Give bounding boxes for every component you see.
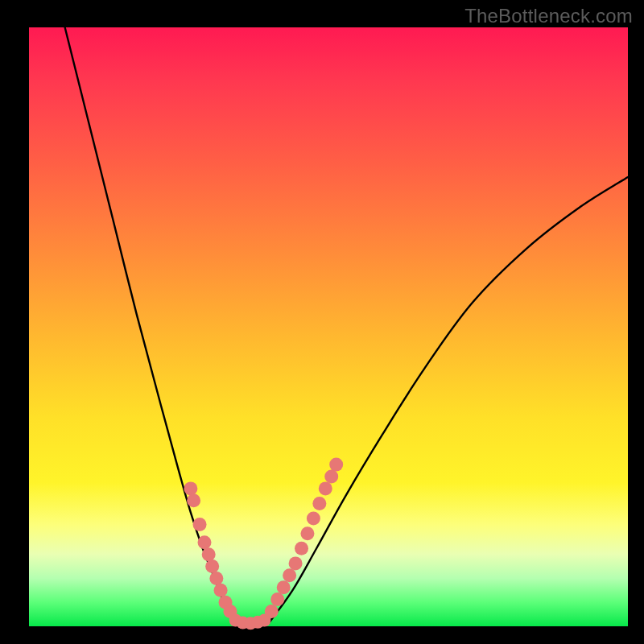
marker-dot: [319, 481, 332, 495]
marker-dot: [295, 542, 308, 555]
marker-dot: [329, 458, 343, 472]
marker-dot: [270, 592, 284, 606]
marker-dot: [187, 493, 200, 507]
marker-dot: [307, 512, 320, 526]
marker-dot: [265, 605, 279, 618]
marker-dot: [324, 470, 338, 484]
plot-area: [29, 27, 628, 626]
marker-dot: [202, 547, 216, 561]
marker-dot: [193, 518, 207, 531]
marker-dot: [209, 572, 223, 585]
bottleneck-curve: [65, 27, 628, 623]
marker-dot: [312, 497, 326, 510]
curve-layer: [29, 27, 628, 626]
chart-frame: TheBottleneck.com: [0, 0, 644, 644]
curve-right-branch: [269, 177, 628, 623]
marker-dot: [214, 584, 228, 597]
watermark-text: TheBottleneck.com: [464, 5, 633, 27]
marker-dot: [197, 535, 211, 549]
marker-dot: [205, 559, 219, 573]
marker-dot: [289, 556, 303, 570]
marker-dot: [184, 481, 197, 495]
marker-dot: [277, 580, 291, 594]
marker-dot: [300, 526, 314, 540]
marker-dot: [283, 568, 296, 582]
curve-left-branch: [65, 27, 239, 623]
